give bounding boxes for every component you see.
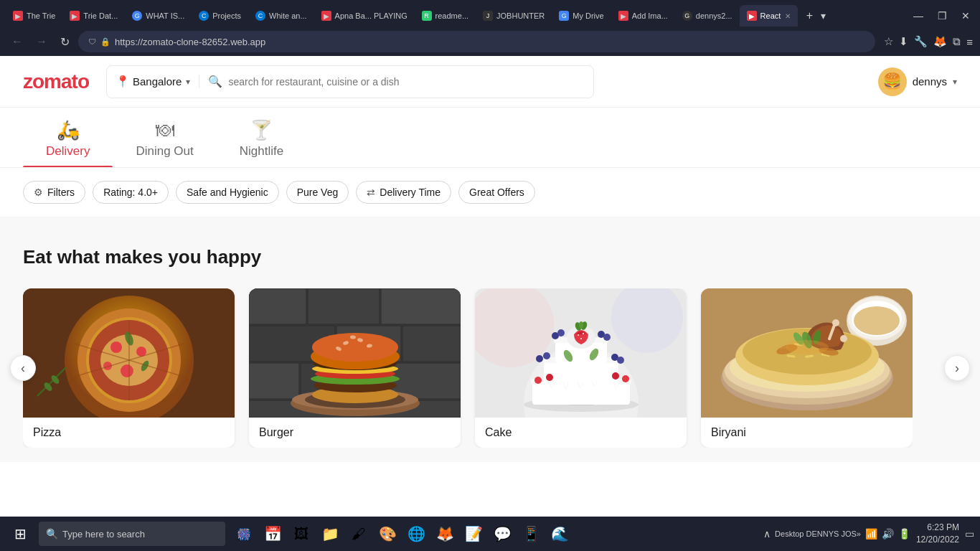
section-title: Eat what makes you happy (23, 246, 957, 268)
delivery-icon: 🛵 (57, 119, 80, 141)
taskbar-wifi-icon[interactable]: 📶 (865, 528, 877, 540)
svg-point-70 (536, 355, 543, 362)
svg-point-8 (121, 364, 133, 377)
refresh-button[interactable]: ↻ (56, 32, 74, 52)
search-input[interactable] (228, 76, 585, 88)
food-card-cake[interactable]: Cake (475, 288, 687, 448)
tab-close-icon[interactable]: ✕ (785, 12, 791, 20)
taskbar-time[interactable]: 6:23 PM 12/20/2022 (916, 522, 959, 546)
minimize-button[interactable]: — (909, 9, 928, 23)
taskbar-battery-icon[interactable]: 🔋 (898, 528, 910, 540)
taskbar-app-calendar[interactable]: 📅 (260, 521, 286, 547)
tab-label: WHAT IS... (146, 11, 184, 20)
download-icon[interactable]: ⬇ (899, 35, 908, 48)
taskbar-app-widget[interactable]: 🎆 (231, 521, 257, 547)
tab-projects[interactable]: C Projects (192, 5, 248, 27)
svg-point-71 (543, 352, 550, 359)
logo[interactable]: zomato (23, 70, 89, 93)
food-carousel: ‹ (23, 288, 957, 448)
tab-jobhunter[interactable]: J JOBHUNTER (476, 5, 552, 27)
nav-tab-delivery[interactable]: 🛵 Delivery (23, 108, 113, 167)
tab-react-active[interactable]: ▶ React ✕ (740, 5, 798, 27)
tab-label: readme... (435, 11, 468, 20)
taskbar-app-firefox[interactable]: 🦊 (432, 521, 458, 547)
tab-addimg[interactable]: ▶ Add Ima... (611, 5, 675, 27)
nightlife-label: Nightlife (240, 144, 283, 159)
avatar: 🍔 (878, 67, 907, 96)
filter-chip-deliverytime[interactable]: ⇄ Delivery Time (356, 181, 451, 204)
tab-apna[interactable]: ▶ Apna Ba... PLAYING (314, 5, 415, 27)
food-card-biryani[interactable]: Biryani (701, 288, 913, 448)
svg-point-76 (622, 375, 629, 382)
filter-chip-filters[interactable]: ⚙ Filters (23, 181, 85, 204)
tab-github[interactable]: G dennys2... (675, 5, 740, 27)
biryani-label: Biryani (701, 418, 913, 448)
location-selector[interactable]: 📍 Bangalore ▾ (116, 75, 199, 88)
tab-favicon: ▶ (321, 11, 331, 21)
filter-chip-pureveg[interactable]: Pure Veg (286, 181, 349, 204)
svg-rect-25 (402, 326, 461, 362)
tab-youtube1[interactable]: ▶ The Trie (6, 5, 62, 27)
taskbar-search[interactable]: 🔍 Type here to search (39, 522, 225, 546)
food-card-pizza[interactable]: Pizza (23, 288, 235, 448)
tab-favicon: ▶ (747, 11, 757, 21)
taskbar-app-illustrator[interactable]: 🎨 (374, 521, 400, 547)
taskbar-app-whatsapp[interactable]: 📱 (518, 521, 544, 547)
taskbar-apps: 🎆 📅 🖼 📁 🖌 🎨 🌐 🦊 📝 💬 📱 🌊 (231, 521, 573, 547)
carousel-next-button[interactable]: › (944, 355, 970, 381)
back-button[interactable]: ← (7, 32, 27, 51)
maximize-button[interactable]: ❐ (933, 9, 951, 23)
filter-chip-rating[interactable]: Rating: 4.0+ (93, 181, 169, 204)
menu-icon[interactable]: ≡ (966, 36, 973, 48)
search-bar: 📍 Bangalore ▾ 🔍 (106, 65, 594, 98)
tab-trie2[interactable]: ▶ Trie Dat... (62, 5, 125, 27)
taskbar-app-photoshop[interactable]: 🖌 (346, 521, 372, 547)
filter-chip-hygienic[interactable]: Safe and Hygienic (176, 181, 279, 204)
taskbar-app-chrome[interactable]: 🌐 (403, 521, 429, 547)
taskbar-volume-icon[interactable]: 🔊 (882, 528, 894, 540)
svg-point-110 (786, 340, 829, 354)
taskbar-app-photos[interactable]: 🖼 (288, 521, 314, 547)
tab-bar: ▶ The Trie ▶ Trie Dat... G WHAT IS... C … (0, 0, 980, 27)
url-input[interactable]: 🛡 🔒 https://zomato-clone-82652.web.app (78, 31, 875, 52)
taskbar-app-explorer[interactable]: 📁 (317, 521, 343, 547)
tab-chevron-icon[interactable]: ▾ (821, 10, 826, 22)
taskbar-search-icon: 🔍 (46, 528, 58, 540)
tab-label: dennys2... (696, 11, 732, 20)
extensions-icon[interactable]: ⧉ (953, 35, 961, 48)
forward-button[interactable]: → (32, 32, 52, 51)
browser-chrome: ▶ The Trie ▶ Trie Dat... G WHAT IS... C … (0, 0, 980, 56)
tab-readme[interactable]: R readme... (415, 5, 476, 27)
taskbar-app-chat[interactable]: 💬 (489, 521, 515, 547)
svg-point-75 (546, 374, 553, 381)
taskbar-right: ∧ Desktop DENNYS JOS» 📶 🔊 🔋 6:23 PM 12/2… (763, 522, 974, 546)
tab-favicon: J (483, 11, 493, 21)
food-card-burger[interactable]: Burger (249, 288, 461, 448)
extension-icon[interactable]: 🔧 (914, 35, 928, 48)
svg-point-88 (854, 306, 900, 335)
star-icon[interactable]: ☆ (884, 35, 893, 48)
start-button[interactable]: ⊞ (6, 519, 34, 548)
user-section[interactable]: 🍔 dennys ▾ (878, 67, 957, 96)
tab-label: Projects (212, 11, 241, 20)
pizza-label: Pizza (23, 418, 235, 448)
svg-point-81 (589, 390, 591, 392)
taskbar-app-vscode[interactable]: 📝 (461, 521, 486, 547)
tab-add-button[interactable]: + (801, 7, 818, 24)
url-text: https://zomato-clone-82652.web.app (115, 37, 265, 47)
tab-label: Apna Ba... PLAYING (335, 11, 407, 20)
tab-google[interactable]: G WHAT IS... (125, 5, 192, 27)
tab-gdrive[interactable]: G My Drive (552, 5, 611, 27)
close-button[interactable]: ✕ (957, 9, 974, 23)
taskbar-up-icon[interactable]: ∧ (763, 528, 771, 540)
svg-point-77 (612, 372, 619, 380)
nav-tab-dining[interactable]: 🍽 Dining Out (113, 108, 216, 167)
filter-chip-greatoffers[interactable]: Great Offers (458, 181, 535, 204)
show-desktop-icon[interactable]: ▭ (965, 528, 974, 540)
nav-tab-nightlife[interactable]: 🍸 Nightlife (217, 108, 306, 167)
nav-tabs: 🛵 Delivery 🍽 Dining Out 🍸 Nightlife (0, 108, 980, 168)
taskbar-app-edge[interactable]: 🌊 (547, 521, 573, 547)
carousel-prev-button[interactable]: ‹ (10, 355, 36, 381)
tab-white[interactable]: C White an... (248, 5, 314, 27)
tab-label: My Drive (573, 11, 603, 20)
